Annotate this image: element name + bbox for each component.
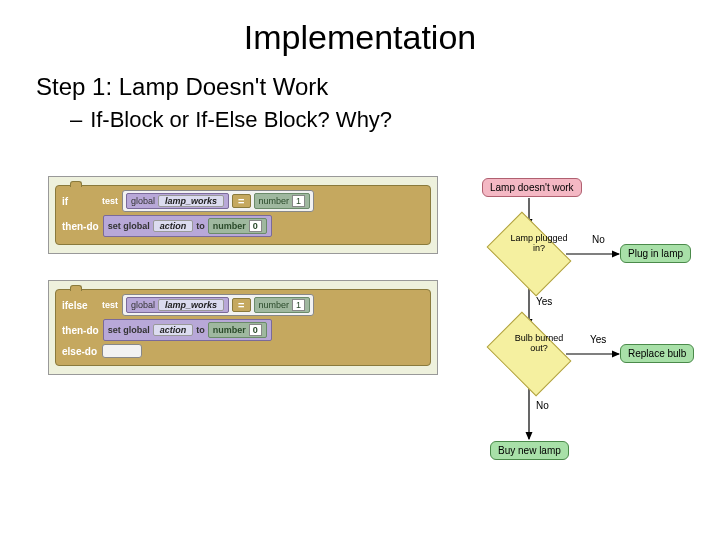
flow-decision-bulb: Bulb burned out? bbox=[494, 329, 564, 379]
step-heading: Step 1: Lamp Doesn't Work bbox=[0, 57, 720, 101]
kw-thendo: then-do bbox=[62, 221, 99, 232]
number-block-2: number 1 bbox=[254, 297, 311, 313]
edge-no-2: No bbox=[536, 400, 549, 411]
var-lamp-works: lamp_works bbox=[158, 195, 224, 207]
ifelse-block-panel: ifelse test global lamp_works = number 1… bbox=[48, 280, 438, 375]
flow-plug-in: Plug in lamp bbox=[620, 244, 691, 263]
number-value-1b: 1 bbox=[292, 299, 305, 311]
kw-to: to bbox=[196, 221, 205, 231]
kw-global: global bbox=[131, 196, 155, 206]
kw-to-2: to bbox=[196, 325, 205, 335]
empty-slot bbox=[102, 344, 142, 358]
eq-operator: = bbox=[232, 194, 250, 208]
number-block: number 1 bbox=[254, 193, 311, 209]
edge-yes: Yes bbox=[536, 296, 552, 307]
kw-global-2: global bbox=[131, 300, 155, 310]
test-slot: global lamp_works = number 1 bbox=[122, 190, 314, 212]
flow-decision-plugged: Lamp plugged in? bbox=[494, 229, 564, 279]
set-global-block-2: set global action to number 0 bbox=[103, 319, 272, 341]
sub-text: If-Block or If-Else Block? Why? bbox=[90, 107, 392, 132]
edge-yes-2: Yes bbox=[590, 334, 606, 345]
kw-setglobal-2: set global bbox=[108, 325, 150, 335]
kw-number-4: number bbox=[213, 325, 246, 335]
kw-number-3: number bbox=[259, 300, 290, 310]
kw-thendo-2: then-do bbox=[62, 325, 99, 336]
eq-operator-2: = bbox=[232, 298, 250, 312]
code-blocks-column: if test global lamp_works = number 1 the… bbox=[48, 176, 438, 401]
number-value-0: 0 bbox=[249, 220, 262, 232]
set-global-block: set global action to number 0 bbox=[103, 215, 272, 237]
kw-number-2: number bbox=[213, 221, 246, 231]
kw-test: test bbox=[102, 196, 118, 206]
kw-number: number bbox=[259, 196, 290, 206]
kw-test-2: test bbox=[102, 300, 118, 310]
bullet-dash: – bbox=[70, 107, 84, 133]
kw-setglobal: set global bbox=[108, 221, 150, 231]
slide-title: Implementation bbox=[0, 0, 720, 57]
number-block-0b: number 0 bbox=[208, 322, 267, 338]
test-slot-2: global lamp_works = number 1 bbox=[122, 294, 314, 316]
edge-no: No bbox=[592, 234, 605, 245]
flow-start: Lamp doesn't work bbox=[482, 178, 582, 197]
sub-heading: – If-Block or If-Else Block? Why? bbox=[0, 101, 720, 133]
global-var-block: global lamp_works bbox=[126, 193, 229, 209]
number-block-0: number 0 bbox=[208, 218, 267, 234]
number-value-0b: 0 bbox=[249, 324, 262, 336]
if-block: if test global lamp_works = number 1 the… bbox=[55, 185, 431, 245]
global-var-block-2: global lamp_works bbox=[126, 297, 229, 313]
var-action: action bbox=[153, 220, 194, 232]
var-action-2: action bbox=[153, 324, 194, 336]
kw-if: if bbox=[62, 196, 98, 207]
flow-buy-lamp: Buy new lamp bbox=[490, 441, 569, 460]
var-lamp-works-2: lamp_works bbox=[158, 299, 224, 311]
flow-replace-bulb: Replace bulb bbox=[620, 344, 694, 363]
flowchart: Lamp doesn't work Lamp plugged in? No Pl… bbox=[454, 176, 704, 506]
number-value-1: 1 bbox=[292, 195, 305, 207]
kw-ifelse: ifelse bbox=[62, 300, 98, 311]
if-block-panel: if test global lamp_works = number 1 the… bbox=[48, 176, 438, 254]
kw-elsedo: else-do bbox=[62, 346, 98, 357]
ifelse-block: ifelse test global lamp_works = number 1… bbox=[55, 289, 431, 366]
puzzle-notch-icon bbox=[70, 181, 82, 187]
puzzle-notch-icon-2 bbox=[70, 285, 82, 291]
